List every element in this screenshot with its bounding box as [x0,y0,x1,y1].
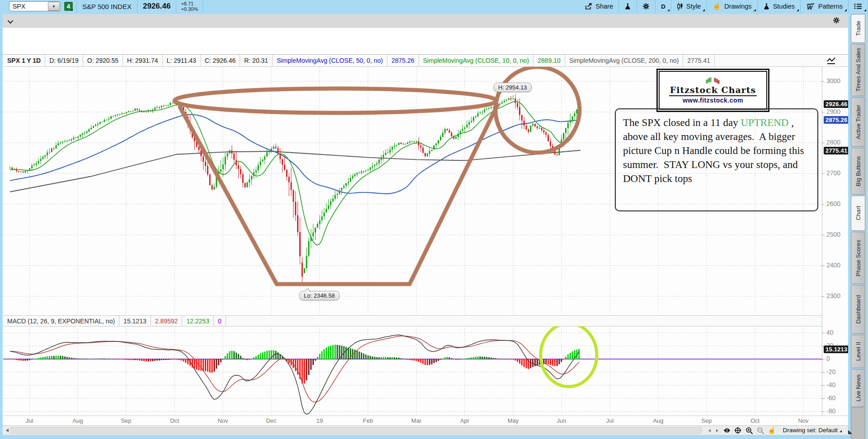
style-icon [677,3,683,10]
zoom-out-icon[interactable] [756,426,765,434]
flask-button[interactable] [619,0,637,13]
style-label: Style [686,3,701,10]
month-label-May: May [502,417,524,424]
collapse-chevron-icon[interactable] [7,18,14,26]
sidebar-tab-times-and-sales[interactable]: Times And Sales [851,44,865,96]
sidebar-tab-big-buttons[interactable]: Big Buttons [851,148,865,195]
sidebar-tab-label: Dashboard [855,295,862,324]
drawings-icon: ☝ [712,3,721,10]
axis-tick-mark [822,173,825,174]
sidebar-tab-live-news[interactable]: Live News [851,369,865,407]
axis-tick-label: 2500 [826,231,840,238]
crosshair-icon[interactable] [733,426,742,434]
sidebar-tab-phase-scores[interactable]: Phase Scores [851,232,865,284]
axis-tick-mark [822,235,825,235]
sma10-study-label[interactable]: SimpleMovingAvg (CLOSE, 10, 0, no) [419,55,534,66]
badge-corner-icon [71,9,73,11]
cup-left-line[interactable] [180,107,277,284]
low-price-drawing-label[interactable]: Lo: 2346.58 [299,291,340,300]
drawings-label: Drawings [724,3,751,10]
dropdown-corner-icon [703,9,705,11]
zoom-in-icon[interactable] [745,426,754,434]
bar-range: R: 20.31 [240,55,273,66]
price-axis[interactable]: 3000290028002700260025002400230040200-20… [822,67,849,416]
month-label-Dec: Dec [260,417,282,424]
macd-hist-value: 12.2253 [182,316,214,326]
drawing-set-corner-icon [840,430,842,432]
chart-status-bar: ☝ Drawing set: Default [3,425,848,435]
axis-tick-mark [822,411,825,412]
logo-url: www.fitzstock.com [683,97,743,104]
axis-tick-mark [822,398,825,399]
hand-tool-icon[interactable]: ☝ [767,426,776,434]
month-label-Sep: Sep [696,417,717,424]
axis-tick-label: -20 [826,368,835,375]
sidebar-tab-chart[interactable]: Chart [851,196,865,231]
high-price-drawing-label[interactable]: H: 2954.13 [494,83,532,92]
sidebar-tab-dashboard[interactable]: Dashboard [851,285,865,334]
month-label-Jul: Jul [19,417,40,424]
list-button[interactable] [849,0,868,13]
sma50-study-label[interactable]: SimpleMovingAvg (CLOSE, 50, 0, no) [273,55,387,66]
gear-icon [642,3,650,10]
sidebar-tab-label: Active Trader [855,105,862,140]
bar-high: H: 2931.74 [123,55,163,66]
axis-settings-icon[interactable] [826,57,836,67]
sma10-study-value: 2889.10 [533,55,565,66]
studies-icon [763,3,770,10]
patterns-icon: W [806,3,815,10]
chart-toolbar-buttons: ShareDStyle☝DrawingsStudiesWPatterns [579,0,868,13]
interval-button[interactable]: D [656,0,671,13]
resize-grip-icon[interactable] [848,430,852,434]
symbol-input[interactable]: SPX [9,3,47,10]
share-button[interactable]: Share [579,0,619,13]
pan-right-icon[interactable] [712,426,722,434]
axis-expand-icon[interactable] [722,426,731,434]
symbol-dropdown-button[interactable]: ▼ [48,2,60,11]
symbol-combobox[interactable]: SPX ▼ [9,1,61,11]
axis-tick-label: 2400 [826,262,840,269]
axis-tick-label: 2700 [826,169,840,177]
axis-tick-label: 3000 [826,77,840,84]
sidebar-tab-label: Phase Scores [855,240,862,276]
axis-tick-mark [822,359,825,360]
sidebar-tab-active-trader[interactable]: Active Trader [851,97,865,147]
linked-group-badge[interactable]: 4 [64,2,73,11]
bar-date: D: 6/19/19 [45,55,83,66]
macd-zero-value: 0 [214,316,226,326]
handle-circle[interactable] [495,67,580,153]
sidebar-tab-label: Times And Sales [855,48,862,92]
sidebar-tab-label: Live News [855,374,862,402]
dropdown-corner-icon [797,9,799,11]
sma200-study-label[interactable]: SimpleMovingAvg (CLOSE, 200, 0, no) [565,55,684,66]
macd-chart-canvas[interactable] [3,326,822,416]
style-button[interactable]: Style [671,0,706,13]
sidebar-tab-trade[interactable]: Trade [851,14,865,43]
month-label-Aug: Aug [67,417,89,424]
axis-tick-label: -80 [826,407,835,415]
flask-icon [624,3,631,10]
drawings-button[interactable]: ☝Drawings [707,0,757,13]
time-axis[interactable]: JulAugSepOctNovDec19FebMarAprMayJunJulAu… [3,416,848,426]
cup-right-line[interactable] [410,105,497,284]
panel-settings-gear-icon[interactable] [833,17,840,26]
axis-tick-label: 2900 [826,108,840,115]
month-label-Jul: Jul [599,417,621,424]
sma200-study-value: 2775.41 [683,55,715,66]
macd-signal-value: 2.89592 [151,316,183,326]
analyst-note[interactable]: The SPX closed in a 11 day UPTREND , abo… [615,108,818,211]
macd-study-label[interactable]: MACD (12, 26, 9, EXPONENTIAL, no) [3,316,119,326]
price-badge-2875.26: 2875.26 [824,116,849,124]
macd-highlight-circle[interactable] [541,326,597,387]
note-uptrend-text: UPTREND [741,117,788,128]
axis-tick-mark [822,385,825,386]
studies-button[interactable]: Studies [758,0,800,13]
drawing-set-selector[interactable]: Drawing set: Default [783,427,842,434]
month-label-Oct: Oct [164,417,185,424]
chart-scrollbar[interactable] [10,427,702,434]
sidebar-tab-level-ii[interactable]: Level II [851,335,865,368]
patterns-button[interactable]: WPatterns [801,0,848,13]
gear-button[interactable] [637,0,655,13]
macd-value: 15.1213 [119,316,151,326]
sidebar-tab-label: Chart [855,206,862,220]
